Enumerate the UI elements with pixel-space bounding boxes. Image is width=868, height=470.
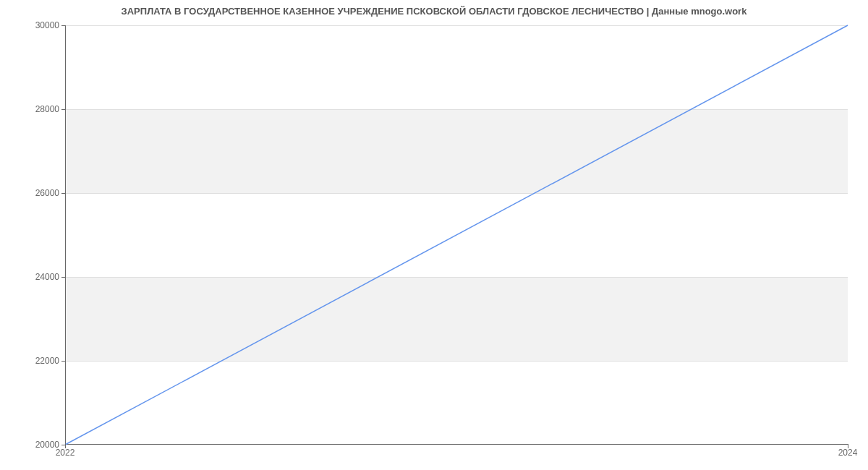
line-series <box>65 25 848 445</box>
y-tick-label: 22000 <box>16 356 59 366</box>
y-tick-label: 30000 <box>16 20 59 30</box>
y-tick-label: 28000 <box>16 104 59 114</box>
x-tick-label: 2022 <box>56 448 75 458</box>
y-tick-label: 24000 <box>16 272 59 282</box>
chart-area: 20000220002400026000280003000020222024 <box>65 25 848 445</box>
x-tick-label: 2024 <box>838 448 858 458</box>
data-line <box>65 25 848 445</box>
y-tick-label: 26000 <box>16 188 59 198</box>
y-tick-label: 20000 <box>16 440 59 450</box>
chart-title: ЗАРПЛАТА В ГОСУДАРСТВЕННОЕ КАЗЕННОЕ УЧРЕ… <box>0 0 868 17</box>
